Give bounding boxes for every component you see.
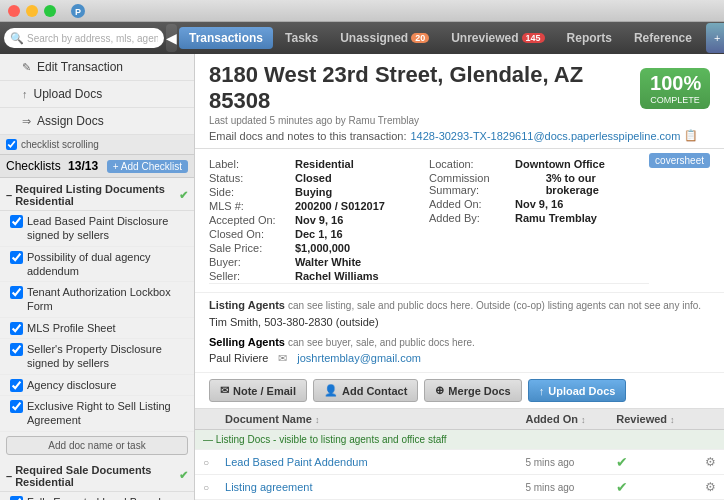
tab-unassigned[interactable]: Unassigned 20	[330, 27, 439, 49]
listing-agents-header: Listing Agents can see listing, sale and…	[209, 299, 710, 311]
detail-sale-price: Sale Price:$1,000,000	[209, 241, 429, 255]
navbar: 🔍 Search by address, mls, agent, seller,…	[0, 22, 724, 54]
tab-transactions[interactable]: Transactions	[179, 27, 273, 49]
nav-back-btn[interactable]: ◀	[166, 24, 177, 52]
email-row: Email docs and notes to this transaction…	[209, 127, 710, 144]
section-required-sale: – Required Sale Documents Residential ✔	[0, 459, 194, 492]
col-actions	[697, 409, 724, 430]
sidebar-item-edit-transaction[interactable]: ✎ Edit Transaction	[0, 54, 194, 81]
list-item: Agency disclosure	[0, 375, 194, 396]
detail-mls: MLS #:200200 / S012017	[209, 199, 429, 213]
detail-side: Side:Buying	[209, 185, 429, 199]
list-item: Lead Based Paint Disclosure signed by se…	[0, 211, 194, 247]
item-checkbox[interactable]	[10, 286, 23, 299]
list-item: Seller's Property Disclosure signed by s…	[0, 339, 194, 375]
sort-reviewed-icon: ↕	[670, 415, 675, 425]
item-checkbox[interactable]	[10, 343, 23, 356]
col-icon	[195, 409, 217, 430]
add-checklist-btn[interactable]: + Add Checklist	[107, 160, 188, 173]
tab-reports[interactable]: Reports	[557, 27, 622, 49]
item-checkbox[interactable]	[10, 496, 23, 500]
upload-btn-icon: ↑	[539, 385, 545, 397]
doc-gear[interactable]: ⚙	[697, 450, 724, 475]
detail-buyer: Buyer:Walter White	[209, 255, 429, 269]
tab-tasks[interactable]: Tasks	[275, 27, 328, 49]
doc-name-cell: Lead Based Paint Addendum	[217, 450, 498, 475]
add-transaction-btn[interactable]: + Add Transaction	[706, 23, 724, 53]
property-address: 8180 West 23rd Street, Glendale, AZ 8530…	[209, 62, 640, 114]
selling-agent-name: Paul Riviere	[209, 350, 268, 366]
item-checkbox[interactable]	[10, 322, 23, 335]
upload-docs-btn[interactable]: ↑ Upload Docs	[528, 379, 627, 402]
doc-icon: ○	[195, 450, 217, 475]
sidebar-item-upload-docs[interactable]: ↑ Upload Docs	[0, 81, 194, 108]
details-right: Location:Downtown Office Commission Summ…	[429, 157, 649, 283]
merge-docs-btn[interactable]: ⊕ Merge Docs	[424, 379, 521, 402]
doc-added-on: 5 mins ago	[517, 475, 608, 500]
col-added-on[interactable]: Added On ↕	[517, 409, 608, 430]
titlebar: P	[0, 0, 724, 22]
detail-added-by: Added By:Ramu Tremblay	[429, 211, 649, 225]
detail-commission: Commission Summary:3% to our brokerage	[429, 171, 649, 197]
doc-name-link[interactable]: Lead Based Paint Addendum	[225, 456, 368, 468]
item-checkbox[interactable]	[10, 400, 23, 413]
content-area: 8180 West 23rd Street, Glendale, AZ 8530…	[195, 54, 724, 500]
transaction-email[interactable]: 1428-30293-TX-1829611@docs.paperlesspipe…	[411, 130, 681, 142]
property-title-row: 8180 West 23rd Street, Glendale, AZ 8530…	[209, 62, 710, 114]
detail-added-on: Added On:Nov 9, 16	[429, 197, 649, 211]
table-row: ○ Listing agreement 5 mins ago ✔ ⚙	[195, 475, 724, 500]
doc-reviewed: ✔	[608, 475, 697, 500]
complete-pct: 100%	[650, 72, 700, 95]
minimize-button[interactable]	[26, 5, 38, 17]
agents-section: Listing Agents can see listing, sale and…	[195, 293, 724, 373]
gear-icon[interactable]: ⚙	[705, 455, 716, 469]
detail-location: Location:Downtown Office	[429, 157, 649, 171]
tab-reference[interactable]: Reference	[624, 27, 702, 49]
unassigned-badge: 20	[411, 33, 429, 43]
checklist-scroll-checkbox[interactable]	[6, 139, 17, 150]
doc-spacer	[498, 475, 517, 500]
list-item: MLS Profile Sheet	[0, 318, 194, 339]
details-grid: Label:Residential Status:Closed Side:Buy…	[209, 157, 649, 284]
sort-icon: ↕	[315, 415, 320, 425]
selling-agents-row: Selling Agents can see buyer, sale, and …	[209, 336, 710, 348]
assign-icon: ⇒	[22, 115, 31, 128]
close-button[interactable]	[8, 5, 20, 17]
selling-agent-email[interactable]: joshrtemblay@gmail.com	[297, 352, 421, 364]
doc-name-cell: Listing agreement	[217, 475, 498, 500]
item-checkbox[interactable]	[10, 251, 23, 264]
sidebar: ✎ Edit Transaction ↑ Upload Docs ⇒ Assig…	[0, 54, 195, 500]
selling-agent-row: Paul Riviere ✉ joshrtemblay@gmail.com	[209, 350, 710, 366]
detail-label: Label:Residential	[209, 157, 429, 171]
checklists-label: Checklists 13/13	[6, 159, 98, 173]
action-buttons: ✉ Note / Email 👤 Add Contact ⊕ Merge Doc…	[195, 373, 724, 409]
add-doc-task-btn-listing[interactable]: Add doc name or task	[6, 436, 188, 455]
section-complete-icon: ✔	[179, 189, 188, 202]
svg-text:P: P	[75, 7, 81, 17]
list-item: Exclusive Right to Sell Listing Agreemen…	[0, 396, 194, 432]
add-contact-btn[interactable]: 👤 Add Contact	[313, 379, 418, 402]
item-checkbox[interactable]	[10, 215, 23, 228]
search-box[interactable]: 🔍 Search by address, mls, agent, seller,…	[4, 28, 164, 48]
docs-table-body: — Listing Docs - visible to listing agen…	[195, 430, 724, 501]
doc-icon: ○	[195, 475, 217, 500]
col-reviewed[interactable]: Reviewed ↕	[608, 409, 697, 430]
doc-gear[interactable]: ⚙	[697, 475, 724, 500]
item-checkbox[interactable]	[10, 379, 23, 392]
col-doc-name[interactable]: Document Name ↕	[217, 409, 498, 430]
checklist-scroll-label: checklist scrolling	[21, 139, 99, 150]
col-spacer	[498, 409, 517, 430]
gear-icon[interactable]: ⚙	[705, 480, 716, 494]
checklists-title-row: Checklists 13/13 + Add Checklist	[0, 155, 194, 178]
unreviewed-badge: 145	[522, 33, 545, 43]
maximize-button[interactable]	[44, 5, 56, 17]
coversheet-btn[interactable]: coversheet	[649, 153, 710, 168]
tab-unreviewed[interactable]: Unreviewed 145	[441, 27, 554, 49]
sidebar-item-assign-docs[interactable]: ⇒ Assign Docs	[0, 108, 194, 135]
sort-added-icon: ↕	[581, 415, 586, 425]
doc-name-link[interactable]: Listing agreement	[225, 481, 312, 493]
main-layout: ✎ Edit Transaction ↑ Upload Docs ⇒ Assig…	[0, 54, 724, 500]
app-icon: P	[70, 3, 86, 19]
note-email-btn[interactable]: ✉ Note / Email	[209, 379, 307, 402]
edit-icon: ✎	[22, 61, 31, 74]
